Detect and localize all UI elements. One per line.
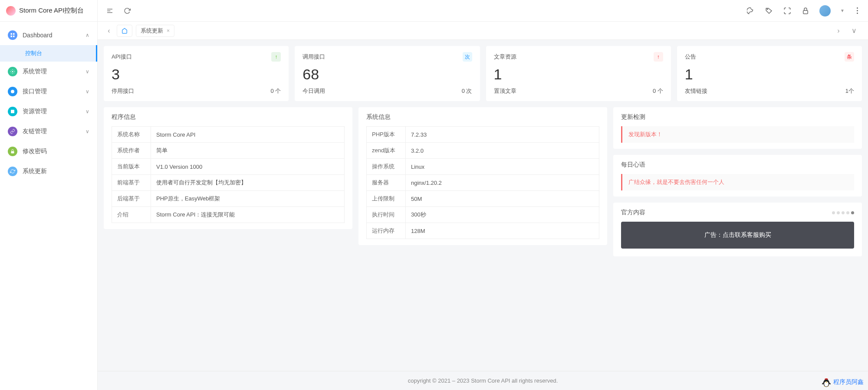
- table-row: 执行时间300秒: [367, 207, 599, 223]
- stat-number: 3: [112, 66, 281, 83]
- app-title: Storm Core API控制台: [19, 7, 84, 15]
- sidebar: Storm Core API控制台 Dashboard ∧ 控制台 系统管理 ∨…: [0, 0, 98, 390]
- tab-dropdown-icon[interactable]: ∨: [849, 26, 859, 36]
- svg-point-17: [826, 382, 827, 383]
- lock-icon: [8, 147, 17, 156]
- tabsbar: ‹ 系统更新 × › ∨: [98, 22, 868, 40]
- watermark: 程序员阿鑫: [821, 377, 864, 387]
- fullscreen-icon[interactable]: [783, 7, 792, 15]
- tab-next-icon[interactable]: ›: [833, 26, 844, 36]
- menu-dashboard[interactable]: Dashboard ∧: [0, 25, 97, 45]
- lock-screen-icon[interactable]: [801, 7, 810, 15]
- menu-update[interactable]: 系统更新: [0, 161, 97, 181]
- table-row: 介绍Storm Core API：连接无限可能: [112, 207, 345, 223]
- content: API接口↑3停用接口0 个调用接口次68今日调用0 次文章资源↑1置顶文章0 …: [98, 40, 868, 371]
- stat-card: 调用接口次68今日调用0 次: [295, 46, 480, 101]
- stat-card: 公告条1友情链接1个: [677, 46, 862, 101]
- stat-sub-value: 0 次: [462, 87, 472, 95]
- table-row: 前端基于使用者可自行开发定制【均无加密】: [112, 175, 345, 191]
- menu-apimgmt[interactable]: 接口管理 ∨: [0, 82, 97, 102]
- menu-sysmgmt[interactable]: 系统管理 ∨: [0, 62, 97, 82]
- stat-card: 文章资源↑1置顶文章0 个: [486, 46, 671, 101]
- main: ▼ ‹ 系统更新 × › ∨ API接口↑3停用接口0 个调用接口次68今日调用…: [98, 0, 868, 390]
- table-value: 简单: [151, 143, 345, 159]
- table-value: Storm Core API: [151, 127, 345, 143]
- svg-point-11: [767, 9, 768, 10]
- ad-banner[interactable]: 广告：点击联系客服购买: [621, 222, 854, 249]
- more-icon[interactable]: [854, 7, 860, 14]
- official-content-card: 官方内容 广告：点击联系客服购买: [613, 203, 862, 256]
- stat-badge: ↑: [654, 52, 663, 62]
- table-row: zend版本3.2.0: [367, 143, 599, 159]
- table-value: Linux: [406, 159, 599, 175]
- svg-point-5: [11, 90, 14, 93]
- table-row: PHP版本7.2.33: [367, 127, 599, 143]
- menu-linkmgmt[interactable]: 友链管理 ∨: [0, 121, 97, 141]
- table-value: V1.0 Version 1000: [151, 159, 345, 175]
- stat-title: API接口: [112, 53, 132, 61]
- table-value: 3.2.0: [406, 143, 599, 159]
- svg-point-16: [827, 381, 828, 382]
- penguin-icon: [821, 377, 832, 387]
- table-key: 服务器: [367, 175, 406, 191]
- table-row: 操作系统Linux: [367, 159, 599, 175]
- svg-rect-7: [11, 151, 14, 154]
- tab-home[interactable]: [117, 25, 132, 37]
- table-value: 使用者可自行开发定制【均无加密】: [151, 175, 345, 191]
- table-key: 前端基于: [112, 175, 151, 191]
- avatar-dropdown-icon[interactable]: ▼: [840, 8, 845, 13]
- menu-password[interactable]: 修改密码: [0, 141, 97, 161]
- stat-sub-value: 0 个: [653, 87, 663, 95]
- system-info-table: PHP版本7.2.33zend版本3.2.0操作系统Linux服务器nginx/…: [366, 126, 599, 239]
- stat-number: 1: [494, 66, 663, 83]
- table-key: 运行内存: [367, 223, 406, 239]
- update-icon: [8, 167, 17, 176]
- table-key: 系统作者: [112, 143, 151, 159]
- carousel-dots[interactable]: [832, 211, 854, 214]
- table-row: 后端基于PHP原生，EasyWeb框架: [112, 191, 345, 207]
- update-check-card: 更新检测 发现新版本！: [613, 107, 862, 149]
- stat-badge: 次: [463, 52, 472, 62]
- program-info-card: 程序信息 系统名称Storm Core API系统作者简单当前版本V1.0 Ve…: [104, 107, 352, 229]
- svg-rect-12: [803, 10, 808, 14]
- card-title: 更新检测: [621, 113, 854, 121]
- tab-prev-icon[interactable]: ‹: [104, 26, 114, 36]
- table-row: 系统作者简单: [112, 143, 345, 159]
- menu-resmgmt[interactable]: 资源管理 ∨: [0, 102, 97, 121]
- card-title: 程序信息: [112, 113, 345, 121]
- update-alert: 发现新版本！: [621, 126, 854, 143]
- submenu-console[interactable]: 控制台: [0, 45, 97, 62]
- close-icon[interactable]: ×: [167, 28, 170, 34]
- tab-sysupdate[interactable]: 系统更新 ×: [136, 25, 174, 37]
- avatar[interactable]: [819, 5, 831, 16]
- system-info-card: 系统信息 PHP版本7.2.33zend版本3.2.0操作系统Linux服务器n…: [358, 107, 607, 245]
- refresh-icon[interactable]: [123, 7, 132, 15]
- menu-label: 接口管理: [23, 88, 47, 95]
- table-key: 介绍: [112, 207, 151, 223]
- link-icon: [8, 127, 17, 136]
- chevron-up-icon: ∧: [85, 32, 89, 38]
- theme-icon[interactable]: [746, 7, 755, 15]
- stat-sub-label: 友情链接: [685, 87, 707, 95]
- stat-card: API接口↑3停用接口0 个: [104, 46, 289, 101]
- resource-icon: [8, 107, 17, 116]
- svg-point-4: [12, 71, 13, 72]
- menu-label: 系统更新: [23, 167, 47, 175]
- chevron-down-icon: ∨: [85, 128, 89, 134]
- table-key: 执行时间: [367, 207, 406, 223]
- chevron-down-icon: ∨: [85, 108, 89, 115]
- tag-icon[interactable]: [765, 7, 773, 15]
- dashboard-icon: [8, 30, 17, 40]
- table-value: 300秒: [406, 207, 599, 223]
- stat-sub-label: 停用接口: [112, 87, 134, 95]
- table-key: 操作系统: [367, 159, 406, 175]
- table-key: 系统名称: [112, 127, 151, 143]
- table-value: PHP原生，EasyWeb框架: [151, 191, 345, 207]
- table-key: zend版本: [367, 143, 406, 159]
- program-info-table: 系统名称Storm Core API系统作者简单当前版本V1.0 Version…: [112, 126, 345, 223]
- daily-alert: 广结众缘，就是不要去伤害任何一个人: [621, 174, 854, 190]
- collapse-icon[interactable]: [105, 7, 114, 15]
- menu-label: 修改密码: [23, 147, 47, 155]
- stat-title: 文章资源: [494, 53, 516, 61]
- menu-label: 友链管理: [23, 128, 47, 135]
